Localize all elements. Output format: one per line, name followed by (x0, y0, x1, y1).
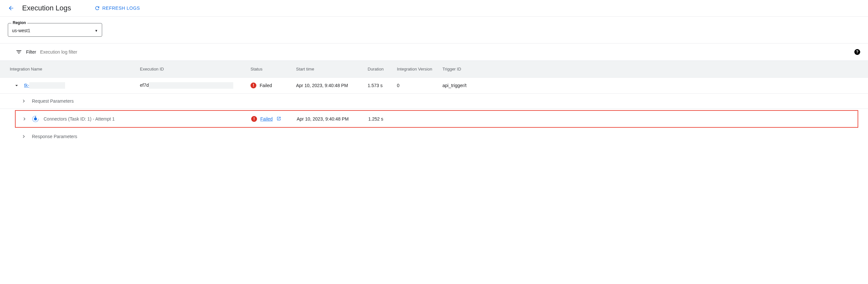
error-icon: ! (251, 116, 257, 122)
dropdown-caret-icon: ▼ (95, 29, 98, 33)
refresh-icon (94, 5, 100, 11)
version-cell: 0 (397, 83, 442, 88)
col-execution-id: Execution ID (140, 67, 250, 71)
start-time-cell: Apr 10, 2023, 9:40:48 PM (296, 83, 368, 88)
redacted-name (29, 82, 65, 89)
duration-cell: 1.573 s (368, 83, 397, 88)
col-integration-name: Integration Name (10, 67, 140, 71)
svg-rect-2 (35, 116, 36, 118)
filter-icon (16, 49, 22, 55)
region-select[interactable]: Region us-west1 ▼ (8, 23, 102, 37)
external-link-icon[interactable] (277, 116, 281, 122)
col-trigger-id: Trigger ID (442, 67, 507, 71)
back-arrow-icon[interactable] (8, 5, 14, 11)
table-row: tk- ef7d ! Failed Apr 10, 2023, 9:40:48 … (0, 78, 868, 94)
task-row-highlighted: Connectors (Task ID: 1) - Attempt 1 ! Fa… (15, 110, 858, 128)
col-start-time: Start time (296, 67, 368, 71)
request-parameters-row[interactable]: Request Parameters (0, 94, 868, 109)
status-cell: ! Failed (250, 82, 296, 88)
redacted-exec-id (149, 82, 233, 89)
expand-icon[interactable] (14, 82, 20, 88)
task-status-link[interactable]: Failed (260, 116, 273, 121)
execution-id-cell: ef7d (140, 82, 250, 89)
request-parameters-label: Request Parameters (32, 99, 73, 104)
task-start-time: Apr 10, 2023, 9:40:48 PM (297, 116, 368, 121)
chevron-right-icon[interactable] (22, 116, 27, 122)
trigger-id-cell: api_trigger/t (442, 83, 507, 88)
region-value: us-west1 (12, 28, 30, 33)
integration-name-link[interactable]: tk- (24, 82, 29, 88)
svg-point-1 (34, 117, 37, 120)
chevron-right-icon (21, 134, 27, 139)
status-text: Failed (259, 83, 272, 88)
help-icon[interactable]: ? (854, 49, 860, 55)
region-section: Region us-west1 ▼ (0, 16, 868, 37)
filter-bar: Filter ? (0, 43, 868, 61)
task-name-cell: Connectors (Task ID: 1) - Attempt 1 (22, 115, 251, 122)
filter-label: Filter (26, 49, 36, 55)
col-duration: Duration (368, 67, 397, 71)
table-header-row: Integration Name Execution ID Status Sta… (0, 61, 868, 78)
connector-icon (32, 115, 39, 122)
response-parameters-label: Response Parameters (32, 134, 77, 139)
page-title: Execution Logs (22, 4, 71, 12)
region-field-label: Region (11, 21, 27, 25)
col-integration-version: Integration Version (397, 67, 442, 71)
chevron-right-icon (21, 98, 27, 104)
error-icon: ! (250, 82, 256, 88)
task-duration: 1.252 s (368, 116, 398, 121)
task-name-label: Connectors (Task ID: 1) - Attempt 1 (43, 116, 115, 121)
refresh-logs-button[interactable]: REFRESH LOGS (94, 5, 140, 11)
response-parameters-row[interactable]: Response Parameters (0, 129, 868, 144)
page-header: Execution Logs REFRESH LOGS (0, 0, 868, 16)
filter-input[interactable] (40, 49, 852, 55)
task-status-cell: ! Failed (251, 116, 297, 122)
row-name-cell: tk- (10, 82, 140, 89)
col-status: Status (250, 67, 296, 71)
refresh-label: REFRESH LOGS (102, 5, 140, 11)
